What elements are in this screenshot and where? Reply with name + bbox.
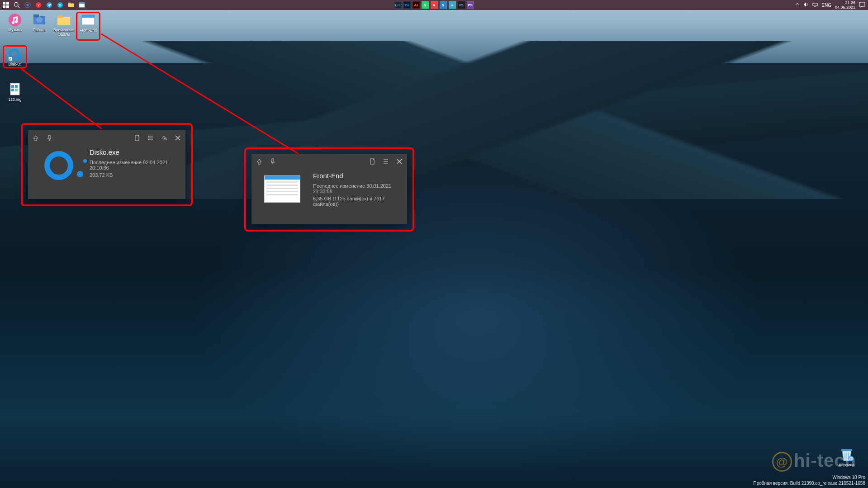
watermark-build: Пробная версия. Build 21390.co_release.2… xyxy=(754,480,865,486)
svg-line-35 xyxy=(21,69,102,129)
app-a-icon[interactable]: A xyxy=(431,1,438,9)
app-vscode-icon[interactable]: VS xyxy=(458,1,465,9)
popup-file-size: 203,72 KB xyxy=(90,172,177,178)
search-icon[interactable] xyxy=(12,0,22,9)
taskbar-app-skype[interactable]: S xyxy=(55,0,65,9)
tray-volume-icon[interactable] xyxy=(803,2,809,8)
svg-point-41 xyxy=(148,136,149,137)
windows-watermark: Windows 10 Pro Пробная версия. Build 213… xyxy=(754,474,865,486)
tray-clock[interactable]: 21:26 04.06.2021 xyxy=(835,0,855,9)
watermark-edition: Windows 10 Pro xyxy=(754,474,865,480)
popup-modified-date: Последнее изменение 02.04.2021 20:10:36 xyxy=(90,160,177,171)
popup-folder-size: 6,35 GB (1125 папки(ок) и 7617 файла(ов)… xyxy=(313,196,399,207)
svg-rect-2 xyxy=(3,5,5,8)
svg-rect-14 xyxy=(68,3,71,4)
svg-rect-13 xyxy=(68,4,74,7)
app-phpstorm-icon[interactable]: PS xyxy=(467,1,474,9)
popup-folder-name: Front-End xyxy=(313,172,399,180)
popup-up-icon[interactable] xyxy=(33,135,39,141)
app-illustrator-icon[interactable]: Ai xyxy=(413,1,420,9)
app-photoshop-icon[interactable]: Ps xyxy=(403,1,411,9)
info-popup-disko: Disko.exe Последнее изменение 02.04.2021… xyxy=(28,130,185,199)
at-symbol-icon: @ xyxy=(772,452,792,472)
taskbar: Y S Lrc Ps Ai N A S ≡ VS PS ENG 21:26 04… xyxy=(0,0,868,10)
popup-close-icon[interactable] xyxy=(396,158,403,165)
popup-list-icon[interactable] xyxy=(147,135,154,141)
popup-folder-thumbnail xyxy=(260,172,305,206)
svg-text:Y: Y xyxy=(37,3,40,7)
popup-file-icon[interactable] xyxy=(134,135,140,141)
svg-rect-19 xyxy=(859,2,865,6)
info-popup-frontend: Front-End Последнее изменение 30.01.2021… xyxy=(251,154,407,224)
svg-point-42 xyxy=(148,137,149,138)
tray-expand-icon[interactable] xyxy=(795,2,800,8)
svg-point-7 xyxy=(26,4,28,6)
svg-rect-3 xyxy=(6,5,9,8)
popup-list-icon[interactable] xyxy=(383,158,389,165)
svg-rect-0 xyxy=(3,2,5,5)
svg-point-4 xyxy=(14,2,18,6)
taskbar-app-window[interactable] xyxy=(77,0,87,9)
svg-text:S: S xyxy=(59,3,61,7)
app-s-icon[interactable]: S xyxy=(440,1,447,9)
taskbar-center-apps: Lrc Ps Ai N A S ≡ VS PS xyxy=(394,1,474,9)
popup-app-thumbnail xyxy=(36,148,81,182)
app-n-icon[interactable]: N xyxy=(422,1,429,9)
popup-close-icon[interactable] xyxy=(175,135,181,141)
popup-pin-icon[interactable] xyxy=(46,135,52,141)
svg-rect-16 xyxy=(79,3,85,4)
start-button[interactable] xyxy=(1,0,11,9)
popup-file-name: Disko.exe xyxy=(90,148,177,156)
app-list-icon[interactable]: ≡ xyxy=(449,1,456,9)
app-lightroom-icon[interactable]: Lrc xyxy=(394,1,402,9)
tray-language[interactable]: ENG xyxy=(821,3,831,8)
taskbar-app-telegram[interactable] xyxy=(44,0,54,9)
desktop[interactable]: Y S Lrc Ps Ai N A S ≡ VS PS ENG 21:26 04… xyxy=(0,0,868,488)
taskbar-app-explorer[interactable] xyxy=(66,0,76,9)
tray-network-icon[interactable] xyxy=(812,2,818,8)
taskbar-app-chrome[interactable] xyxy=(23,0,33,9)
popup-file-icon[interactable] xyxy=(369,158,375,165)
svg-rect-1 xyxy=(6,2,9,5)
taskbar-app-yandex[interactable]: Y xyxy=(33,0,43,9)
popup-share-icon[interactable] xyxy=(161,135,167,141)
svg-line-5 xyxy=(18,6,19,8)
popup-modified-date: Последнее изменение 30.01.2021 21:33:08 xyxy=(313,183,399,194)
hitech-watermark-logo: @hi-tech xyxy=(772,450,856,472)
popup-up-icon[interactable] xyxy=(256,158,262,165)
tray-date: 04.06.2021 xyxy=(835,5,855,9)
tray-notifications-icon[interactable] xyxy=(859,1,865,9)
popup-pin-icon[interactable] xyxy=(270,158,276,165)
svg-point-43 xyxy=(148,139,149,140)
tray-time: 21:26 xyxy=(835,0,855,5)
svg-rect-17 xyxy=(813,3,817,6)
